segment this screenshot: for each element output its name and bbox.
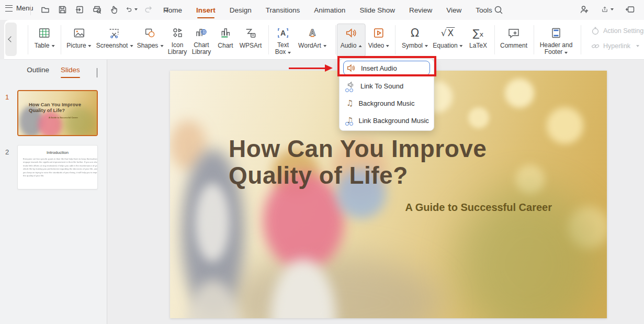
svg-text:A: A	[280, 29, 286, 37]
menu-item-link-to-sound[interactable]: Link To Sound	[340, 77, 434, 95]
annotation-arrow-head	[325, 64, 333, 72]
thumbnail-figure	[38, 111, 62, 136]
bokeh-light	[505, 79, 534, 108]
hyperlink-button: Hyperlink	[591, 42, 639, 50]
picture-icon	[73, 25, 85, 41]
menu-item-link-background-music[interactable]: ♫ Link Background Music	[340, 112, 434, 129]
ribbon-scroll-left-button[interactable]	[5, 23, 17, 56]
undo-caret-icon[interactable]	[134, 8, 138, 10]
symbol-button[interactable]: Ω Symbol	[402, 25, 428, 55]
action-settings-button: Action Settings	[591, 27, 644, 35]
export-icon[interactable]	[73, 3, 86, 16]
hand-tool-icon[interactable]	[108, 3, 120, 16]
search-icon[interactable]	[492, 4, 505, 16]
tab-view[interactable]: View	[446, 0, 461, 20]
group-divider	[61, 25, 61, 54]
text-box-button[interactable]: A Text Box	[272, 25, 294, 55]
tab-animation[interactable]: Animation	[314, 0, 345, 20]
caret-down-icon	[88, 45, 92, 47]
comment-button[interactable]: Comment	[500, 25, 527, 55]
titlebar-right-actions	[578, 3, 637, 16]
chart-library-button[interactable]: Chart Library	[188, 25, 214, 55]
group-divider	[335, 25, 336, 54]
slide-panel: Outline Slides 1 How Can You Improve Qua…	[0, 60, 107, 324]
tab-transitions[interactable]: Transitions	[266, 0, 300, 20]
share-button[interactable]	[601, 3, 614, 16]
wordart-button[interactable]: A WordArt	[298, 25, 326, 55]
latex-icon: ∑x	[473, 25, 484, 41]
caret-down-icon	[425, 45, 428, 47]
group-divider	[494, 25, 495, 54]
save-icon[interactable]	[56, 3, 69, 16]
caret-down-icon	[636, 45, 639, 47]
music-note-link-icon: ♫	[346, 117, 353, 125]
wps-presentation-window: Menu	[0, 0, 644, 324]
person-figure	[195, 183, 230, 262]
group-divider	[534, 25, 534, 54]
tab-outline[interactable]: Outline	[27, 66, 49, 78]
caret-down-icon	[51, 45, 54, 47]
audio-button[interactable]: Audio	[337, 24, 366, 57]
wpsart-button[interactable]: WPSArt	[240, 25, 262, 55]
equation-icon: √X	[441, 25, 455, 41]
text-box-icon: A	[276, 25, 290, 40]
hamburger-icon	[5, 5, 13, 12]
chevron-left-icon	[97, 68, 97, 77]
music-note-icon: ♫	[346, 99, 353, 107]
caret-down-icon	[460, 45, 463, 47]
screenshot-icon	[108, 25, 121, 41]
slide-number: 1	[5, 93, 9, 101]
chart-button[interactable]: Chart	[218, 25, 233, 55]
folder-open-icon[interactable]	[39, 3, 51, 16]
annotation-highlight-rectangle	[337, 56, 436, 76]
equation-button[interactable]: √X Equation	[433, 25, 462, 55]
shapes-button[interactable]: Shapes	[137, 25, 164, 55]
comment-icon	[507, 25, 521, 41]
manage-window-icon[interactable]	[624, 3, 637, 16]
thumbnail-title: How Can You Improve Quality of Life?	[29, 102, 81, 113]
tab-tools[interactable]: Tools	[476, 0, 492, 20]
tab-home[interactable]: Home	[163, 0, 182, 20]
group-divider	[395, 25, 396, 54]
table-button[interactable]: Table	[35, 25, 55, 55]
picture-button[interactable]: Picture	[66, 25, 91, 55]
caret-down-icon	[564, 52, 568, 54]
tab-slides[interactable]: Slides	[61, 66, 80, 78]
screenshot-button[interactable]: Screenshot	[96, 25, 133, 55]
share-caret-icon[interactable]	[611, 8, 614, 10]
caret-down-icon	[288, 52, 291, 54]
undo-button[interactable]	[125, 3, 138, 16]
caret-down-icon	[130, 45, 133, 47]
slide-title[interactable]: How Can You Improve Quality of Life?	[229, 136, 487, 189]
header-footer-icon	[550, 25, 562, 40]
icon-library-icon	[171, 25, 184, 40]
icon-library-button[interactable]: Icon Library	[165, 25, 190, 55]
tab-insert[interactable]: Insert	[196, 0, 216, 20]
tab-review[interactable]: Review	[409, 0, 432, 20]
group-divider	[268, 25, 269, 54]
slide-subtitle[interactable]: A Guide to Successful Career	[395, 202, 552, 214]
chart-library-icon	[195, 25, 208, 40]
tab-design[interactable]: Design	[230, 0, 252, 20]
add-collaborator-icon[interactable]	[578, 3, 591, 16]
tab-slide-show[interactable]: Slide Show	[359, 0, 395, 20]
main-menu-button[interactable]: Menu	[5, 4, 33, 12]
slide-thumbnail-2[interactable]: Introduction Everyone set few specific g…	[17, 145, 98, 189]
caret-down-icon	[323, 45, 326, 47]
panel-tabs: Outline Slides	[0, 66, 107, 78]
redo-button	[142, 3, 155, 16]
collapse-panel-button[interactable]	[97, 68, 97, 77]
print-preview-icon[interactable]	[91, 3, 103, 16]
speaker-link-icon	[346, 81, 355, 91]
video-icon	[372, 25, 385, 41]
latex-button[interactable]: ∑x LaTeX	[469, 25, 487, 55]
menu-item-background-music[interactable]: ♫ Background Music	[340, 95, 434, 112]
group-divider	[28, 25, 28, 54]
header-and-footer-button[interactable]: Header and Footer	[535, 25, 577, 55]
bokeh-light	[547, 107, 583, 144]
video-button[interactable]: Video	[368, 25, 389, 55]
symbol-icon: Ω	[411, 25, 419, 41]
caret-down-icon	[160, 45, 163, 47]
chevron-left-icon	[8, 36, 14, 42]
slide-thumbnail-1[interactable]: How Can You Improve Quality of Life? A G…	[17, 90, 98, 136]
